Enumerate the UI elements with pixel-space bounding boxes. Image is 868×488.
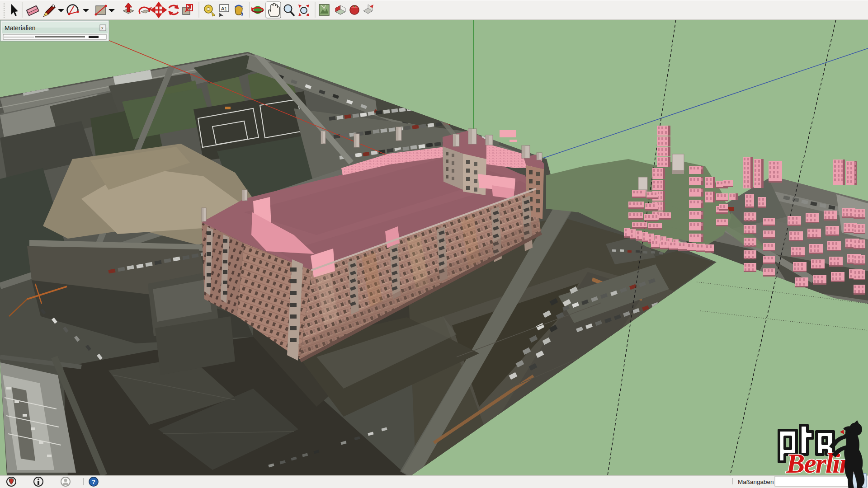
svg-text:Maßangaben: Maßangaben <box>738 479 774 485</box>
svg-text:?: ? <box>92 479 95 485</box>
svg-text:A1: A1 <box>221 6 227 11</box>
svg-text:x: x <box>101 26 104 30</box>
svg-text:Materialien: Materialien <box>5 24 35 32</box>
svg-text:Berlin: Berlin <box>786 448 854 479</box>
